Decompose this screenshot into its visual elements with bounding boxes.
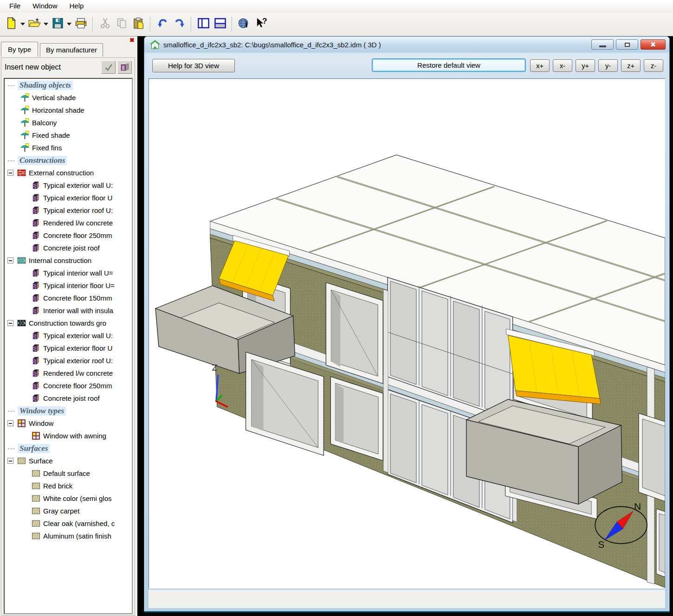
tree-item[interactable]: Window with awning: [5, 430, 132, 442]
section-dashes: ---: [7, 407, 15, 415]
tree-item-label: Typical exterior floor U: [43, 194, 112, 202]
tree-item[interactable]: Concrete floor 250mm: [5, 229, 132, 242]
restore-default-view-button[interactable]: Restore default view: [372, 58, 526, 72]
tree-item[interactable]: Concrete joist roof: [5, 392, 132, 404]
redo-button[interactable]: [171, 15, 188, 33]
axis-button-zplus[interactable]: z+: [621, 59, 641, 72]
tree-item[interactable]: Typical interior floor U=: [5, 279, 132, 292]
tree-item[interactable]: Fixed fins: [5, 141, 132, 154]
surface-icon: [32, 481, 40, 490]
tab-by-manufacturer[interactable]: By manufacturer: [40, 43, 103, 57]
tree-item[interactable]: Construction towards gro: [5, 317, 132, 329]
collapse-toggle[interactable]: [7, 170, 13, 176]
axis-button-yminus[interactable]: y-: [598, 59, 618, 72]
section-label: Surfaces: [18, 444, 50, 453]
tree-item[interactable]: Typical exterior floor U: [5, 342, 132, 354]
new-document-dropdown-arrow[interactable]: [19, 15, 26, 33]
tree-item[interactable]: Vertical shade: [5, 91, 132, 104]
tree-item[interactable]: Concrete floor 250mm: [5, 379, 132, 392]
close-button[interactable]: ✖: [641, 39, 666, 50]
collapse-toggle[interactable]: [7, 320, 13, 326]
tree-item[interactable]: Balcony: [5, 116, 132, 129]
undo-button[interactable]: [154, 15, 171, 33]
block-icon: [32, 218, 40, 227]
tree-item[interactable]: Window: [5, 417, 132, 430]
open-file-dropdown-arrow[interactable]: [43, 15, 49, 33]
cut-button[interactable]: [97, 15, 113, 33]
tree-item-label: Fixed fins: [32, 144, 62, 152]
minimize-button[interactable]: [591, 39, 614, 50]
layout-horizontal-button[interactable]: [212, 15, 228, 33]
tree-item[interactable]: Typical exterior roof U:: [5, 204, 132, 217]
context-help-button[interactable]: ?: [252, 15, 269, 33]
restore-button[interactable]: [616, 39, 638, 50]
copy-button[interactable]: [113, 15, 130, 33]
tree-item-label: Typical exterior roof U:: [43, 206, 113, 214]
save-button[interactable]: [49, 15, 66, 33]
3d-viewport[interactable]: N S: [149, 78, 665, 589]
database-palette-button[interactable]: [117, 61, 132, 74]
window-titlebar[interactable]: smalloffice_d_ifc2x3_sb2: C:\bugs\smallo…: [144, 37, 669, 52]
tree-item[interactable]: Red brick: [5, 480, 132, 492]
menu-help[interactable]: Help: [64, 0, 90, 11]
menu-file[interactable]: File: [4, 0, 26, 11]
tree-item[interactable]: Typical exterior wall U:: [5, 329, 132, 342]
help-3d-button[interactable]: Help for 3D view: [152, 59, 235, 72]
paste-button[interactable]: [130, 15, 147, 33]
print-button[interactable]: [72, 15, 89, 33]
tree-item[interactable]: Typical exterior roof U:: [5, 354, 132, 367]
tree-item[interactable]: External construction: [5, 167, 132, 179]
tree-item[interactable]: Interior wall with insula: [5, 304, 132, 317]
block-icon: [32, 181, 40, 190]
collapse-toggle[interactable]: [7, 458, 13, 464]
tree-section-header[interactable]: ---Window types: [5, 404, 132, 417]
tree-section-header[interactable]: ---Constructions: [5, 154, 132, 167]
tree-section-header[interactable]: ---Surfaces: [5, 442, 132, 455]
axis-buttons: x+x-y+y-z+z-: [530, 59, 663, 72]
tree-item[interactable]: Rendered l/w concrete: [5, 367, 132, 379]
confirm-insert-button[interactable]: [101, 61, 116, 74]
tree-item[interactable]: White color (semi glos: [5, 492, 132, 505]
redo-icon: [173, 17, 186, 31]
tree-item-label: Typical exterior roof U:: [43, 357, 113, 365]
tree-item[interactable]: Concrete joist roof: [5, 242, 132, 254]
axis-button-zminus[interactable]: z-: [644, 59, 663, 72]
toolbar-separator: [92, 17, 93, 32]
tree-item[interactable]: Fixed shade: [5, 129, 132, 141]
collapse-toggle[interactable]: [7, 420, 13, 426]
tree-item[interactable]: Typical interior wall U=: [5, 267, 132, 279]
tree-item[interactable]: Clear oak (varnished, c: [5, 517, 132, 530]
collapse-toggle[interactable]: [7, 257, 13, 263]
tree-item[interactable]: Internal construction: [5, 254, 132, 267]
axis-button-xplus[interactable]: x+: [530, 59, 550, 72]
axis-button-yplus[interactable]: y+: [576, 59, 595, 72]
building-model: N S: [149, 78, 665, 589]
tree-item-label: Construction towards gro: [29, 319, 106, 327]
tree-item-label: Clear oak (varnished, c: [43, 520, 115, 527]
tree-item-label: Fixed shade: [32, 131, 70, 139]
layout-vertical-button[interactable]: [195, 15, 212, 33]
new-doc-icon: [5, 17, 18, 31]
help-cursor-icon: ?: [255, 17, 267, 31]
tree-item[interactable]: Concrete floor 150mm: [5, 292, 132, 304]
section-dashes: ---: [7, 157, 15, 164]
menu-window[interactable]: Window: [27, 0, 63, 11]
close-icon[interactable]: ✖: [129, 38, 135, 43]
info-globe-button[interactable]: i: [236, 15, 252, 33]
tree-item[interactable]: Gray carpet: [5, 505, 132, 517]
open-file-button[interactable]: [26, 15, 43, 33]
tree-item[interactable]: Typical exterior wall U:: [5, 179, 132, 192]
axis-button-xminus[interactable]: x-: [553, 59, 572, 72]
tree-item[interactable]: Typical exterior floor U: [5, 192, 132, 204]
tree-item[interactable]: Horizontal shade: [5, 104, 132, 116]
tree-item[interactable]: Surface: [5, 455, 132, 467]
cut-icon: [99, 17, 111, 31]
tree-section-header[interactable]: ---Shading objects: [5, 79, 132, 91]
panel-splitter[interactable]: [137, 36, 144, 616]
tree-item[interactable]: Aluminum (satin finish: [5, 530, 132, 542]
tab-by-type[interactable]: By type: [1, 42, 38, 57]
new-document-button[interactable]: [3, 15, 19, 33]
save-dropdown-arrow[interactable]: [66, 15, 72, 33]
tree-item[interactable]: Rendered l/w concrete: [5, 217, 132, 229]
tree-item[interactable]: Default surface: [5, 467, 132, 480]
